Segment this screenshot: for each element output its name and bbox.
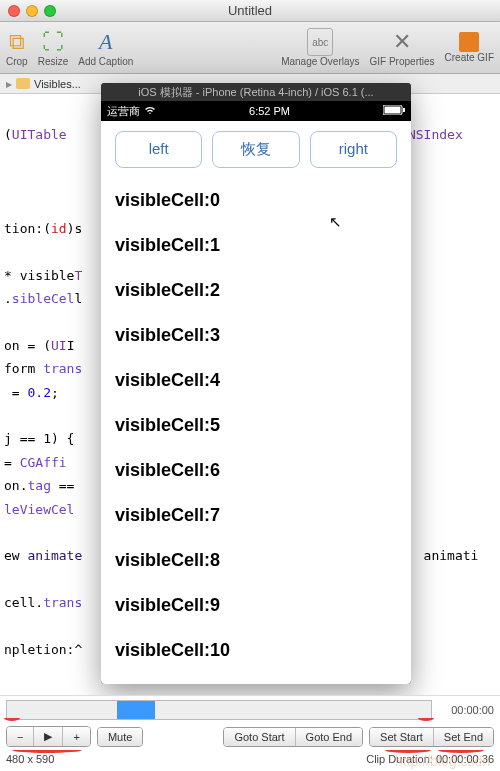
breadcrumb-label: Visibles... [34, 78, 81, 90]
manage-overlays-button[interactable]: abc Manage Overlays [281, 28, 359, 67]
annotation-mark [4, 715, 20, 721]
goto-end-button[interactable]: Goto End [296, 728, 362, 746]
add-caption-label: Add Caption [78, 56, 133, 67]
simulator-body: left 恢复 right visibleCell:0 visibleCell:… [101, 121, 411, 684]
simulator-title: iOS 模拟器 - iPhone (Retina 4-inch) / iOS 6… [101, 83, 411, 101]
gif-properties-button[interactable]: ✕ GIF Properties [370, 28, 435, 67]
create-gif-label: Create GIF [445, 52, 494, 63]
play-button[interactable]: ▶ [34, 727, 63, 746]
table-row[interactable]: visibleCell:3 [115, 313, 397, 358]
mute-button[interactable]: Mute [98, 728, 142, 746]
table-row[interactable]: visibleCell:0 [115, 178, 397, 223]
crop-label: Crop [6, 56, 28, 67]
gif-properties-label: GIF Properties [370, 56, 435, 67]
table-row[interactable]: visibleCell:7 [115, 493, 397, 538]
annotation-mark [12, 747, 82, 753]
add-caption-icon: A [99, 28, 112, 56]
resize-button[interactable]: ⛶ Resize [38, 28, 69, 67]
table-row[interactable]: visibleCell:6 [115, 448, 397, 493]
window-title: Untitled [0, 3, 500, 18]
wifi-icon [144, 105, 156, 117]
simulator-statusbar: 运营商 6:52 PM [101, 101, 411, 121]
manage-overlays-label: Manage Overlays [281, 56, 359, 67]
timecode-label: 00:00:00 [438, 704, 494, 716]
timeline-slider[interactable] [6, 700, 432, 720]
table-row[interactable]: visibleCell:2 [115, 268, 397, 313]
step-back-button[interactable]: − [7, 727, 34, 746]
dimensions-label: 480 x 590 [6, 753, 54, 765]
table-row[interactable]: visibleCell:1 [115, 223, 397, 268]
table-row[interactable]: visibleCell:4 [115, 358, 397, 403]
add-caption-button[interactable]: A Add Caption [78, 28, 133, 67]
set-start-button[interactable]: Set Start [370, 728, 434, 746]
crop-button[interactable]: ⧉ Crop [6, 28, 28, 67]
ios-simulator-window[interactable]: iOS 模拟器 - iPhone (Retina 4-inch) / iOS 6… [101, 83, 411, 684]
create-gif-button[interactable]: Create GIF [445, 32, 494, 63]
resize-label: Resize [38, 56, 69, 67]
simulator-table[interactable]: visibleCell:0 visibleCell:1 visibleCell:… [101, 178, 411, 673]
table-row[interactable]: visibleCell:5 [115, 403, 397, 448]
table-row[interactable]: visibleCell:8 [115, 538, 397, 583]
set-end-button[interactable]: Set End [434, 728, 493, 746]
folder-icon [16, 78, 30, 89]
carrier-label: 运营商 [107, 104, 140, 119]
svg-rect-2 [403, 108, 405, 112]
restore-button[interactable]: 恢复 [212, 131, 299, 168]
statusbar-time: 6:52 PM [249, 105, 290, 117]
gif-properties-icon: ✕ [393, 28, 411, 56]
svg-rect-1 [385, 107, 401, 114]
crop-icon: ⧉ [9, 28, 25, 56]
resize-icon: ⛶ [42, 28, 64, 56]
goto-start-button[interactable]: Goto Start [224, 728, 295, 746]
chevron-right-icon: ▸ [6, 77, 12, 91]
watermark-text: http://blog.csdn [395, 753, 490, 769]
manage-overlays-icon: abc [307, 28, 333, 56]
left-button[interactable]: left [115, 131, 202, 168]
annotation-mark [418, 715, 434, 721]
step-forward-button[interactable]: + [63, 727, 89, 746]
table-row[interactable]: visibleCell:9 [115, 583, 397, 628]
create-gif-icon [459, 32, 479, 52]
battery-icon [383, 105, 405, 117]
window-titlebar: Untitled [0, 0, 500, 22]
timeline-thumb[interactable] [117, 701, 155, 719]
right-button[interactable]: right [310, 131, 397, 168]
toolbar: ⧉ Crop ⛶ Resize A Add Caption abc Manage… [0, 22, 500, 74]
table-row[interactable]: visibleCell:10 [115, 628, 397, 673]
